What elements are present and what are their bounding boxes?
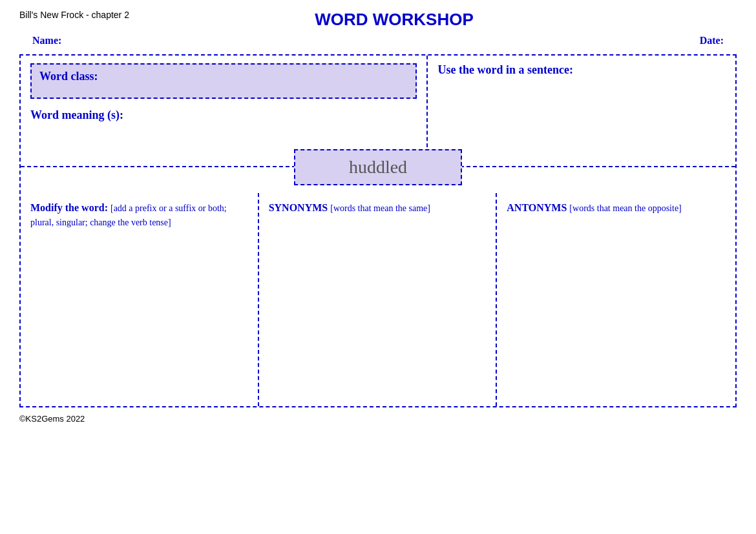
bottom-col-synonyms: SYNONYMS [words that mean the same] [259,193,498,406]
bottom-half: Modify the word: [add a prefix or a suff… [21,193,735,406]
use-sentence-label: Use the word in a sentence: [437,63,726,77]
center-word: huddled [349,157,407,177]
date-label: Date: [700,35,724,46]
page-title: WORD WORKSHOP [129,10,659,30]
synonyms-bold: SYNONYMS [269,202,328,213]
modify-label: Modify the word: [add a prefix or a suff… [30,201,248,230]
name-label: Name: [32,35,61,46]
word-class-box: Word class: [30,63,417,99]
copyright-text: ©KS2Gems 2022 [19,414,85,424]
name-date-row: Name: Date: [19,35,737,46]
synonyms-normal: [words that mean the same] [330,203,430,213]
top-half: Word class: Word meaning (s): Use the wo… [21,56,735,167]
footer: ©KS2Gems 2022 [19,414,737,424]
bottom-col-antonyms: ANTONYMS [words that mean the opposite] [497,193,735,406]
main-grid: Word class: Word meaning (s): Use the wo… [19,54,737,407]
modify-bold: Modify the word: [30,202,108,213]
bottom-col-modify: Modify the word: [add a prefix or a suff… [21,193,259,406]
right-section: Use the word in a sentence: [428,56,735,166]
center-word-box: huddled [294,149,462,185]
book-title: Bill's New Frock - chapter 2 [19,10,129,20]
synonyms-label: SYNONYMS [words that mean the same] [269,201,487,215]
word-class-label: Word class: [39,70,98,83]
antonyms-normal: [words that mean the opposite] [569,203,681,213]
word-meaning-label: Word meaning (s): [30,108,417,122]
antonyms-label: ANTONYMS [words that mean the opposite] [507,201,726,215]
antonyms-bold: ANTONYMS [507,202,567,213]
